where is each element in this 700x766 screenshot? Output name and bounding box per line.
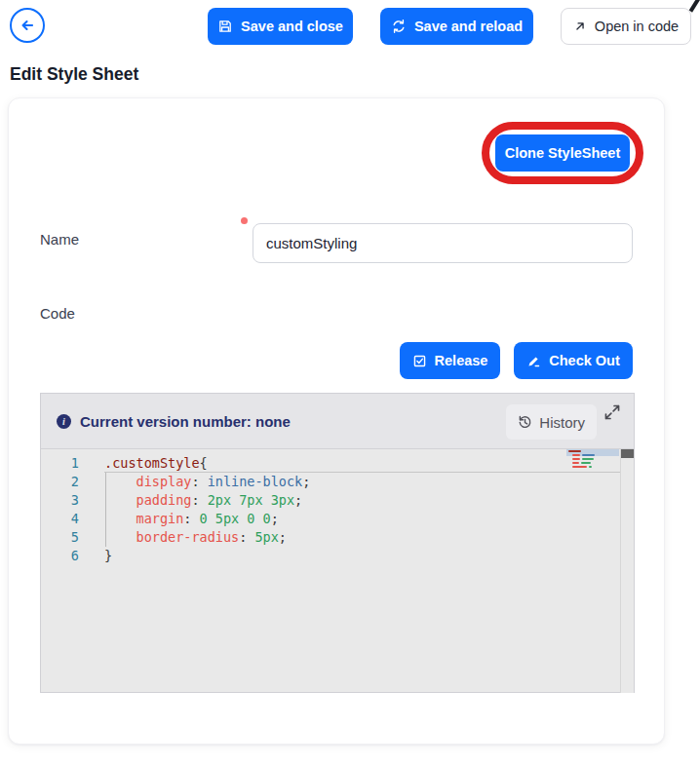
save-and-close-label: Save and close <box>241 19 343 34</box>
line-number: 1 <box>41 454 104 473</box>
check-out-label: Check Out <box>549 353 620 368</box>
arrow-up-right-icon <box>573 19 587 33</box>
code-line: 4 margin: 0 5px 0 0; <box>41 510 620 528</box>
code-field-label: Code <box>40 305 75 322</box>
code-lines: 1.customStyle{2 display: inline-block;3 … <box>41 454 634 565</box>
line-number: 3 <box>41 491 104 510</box>
code-line: 1.customStyle{ <box>41 454 620 473</box>
screen-edge-artifact <box>689 0 700 13</box>
pen-icon <box>526 354 541 368</box>
history-button[interactable]: History <box>506 404 597 440</box>
floppy-disk-icon <box>217 19 233 34</box>
release-label: Release <box>435 353 488 368</box>
red-annotation-ring: Clone StyleSheet <box>482 122 643 184</box>
code-editor-header: i Current version number: none History <box>41 394 634 449</box>
back-button[interactable] <box>10 8 45 43</box>
line-number: 6 <box>41 547 104 565</box>
open-in-code-label: Open in code <box>595 19 679 34</box>
expand-diagonal-icon[interactable] <box>603 402 623 422</box>
scrollbar-thumb[interactable] <box>621 449 634 458</box>
line-number: 4 <box>41 510 104 528</box>
required-dot <box>241 217 248 224</box>
open-in-code-button[interactable]: Open in code <box>561 8 691 45</box>
line-content: border-radius: 5px; <box>104 528 620 547</box>
minimap[interactable] <box>566 449 619 480</box>
sync-arrows-icon <box>391 19 407 34</box>
line-number: 5 <box>41 528 104 547</box>
stylesheet-form-card: Clone StyleSheet Name Code Release Check… <box>8 97 665 745</box>
arrow-left-icon <box>19 17 36 34</box>
version-status-text: Current version number: none <box>80 413 291 430</box>
code-line: 2 display: inline-block; <box>41 473 620 491</box>
history-clock-icon <box>518 415 532 430</box>
name-field-label: Name <box>40 231 79 248</box>
line-content: padding: 2px 7px 3px; <box>104 491 620 510</box>
save-and-close-button[interactable]: Save and close <box>208 8 353 45</box>
line-content: display: inline-block; <box>104 473 620 491</box>
code-editor-area[interactable]: 1.customStyle{2 display: inline-block;3 … <box>41 449 634 693</box>
code-line: 6} <box>41 547 620 565</box>
clone-stylesheet-button[interactable]: Clone StyleSheet <box>495 134 630 172</box>
release-button[interactable]: Release <box>400 342 500 379</box>
history-label: History <box>539 414 585 431</box>
code-editor-block: i Current version number: none History 1… <box>40 393 635 693</box>
name-input[interactable] <box>253 223 633 263</box>
line-content: } <box>104 547 620 565</box>
save-and-reload-button[interactable]: Save and reload <box>380 8 533 45</box>
code-line: 5 border-radius: 5px; <box>41 528 620 547</box>
line-number: 2 <box>41 473 104 491</box>
info-circle-icon: i <box>57 414 71 429</box>
check-out-button[interactable]: Check Out <box>514 342 633 379</box>
editor-action-row: Release Check Out <box>9 342 633 379</box>
vertical-scrollbar[interactable] <box>620 449 634 693</box>
line-content: margin: 0 5px 0 0; <box>104 510 620 528</box>
clone-stylesheet-label: Clone StyleSheet <box>505 145 620 161</box>
code-line: 3 padding: 2px 7px 3px; <box>41 491 620 510</box>
check-square-icon <box>412 354 427 368</box>
line-content: .customStyle{ <box>104 454 620 473</box>
page-title: Edit Style Sheet <box>10 64 138 85</box>
save-and-reload-label: Save and reload <box>414 19 523 34</box>
indent-guide <box>105 473 106 547</box>
